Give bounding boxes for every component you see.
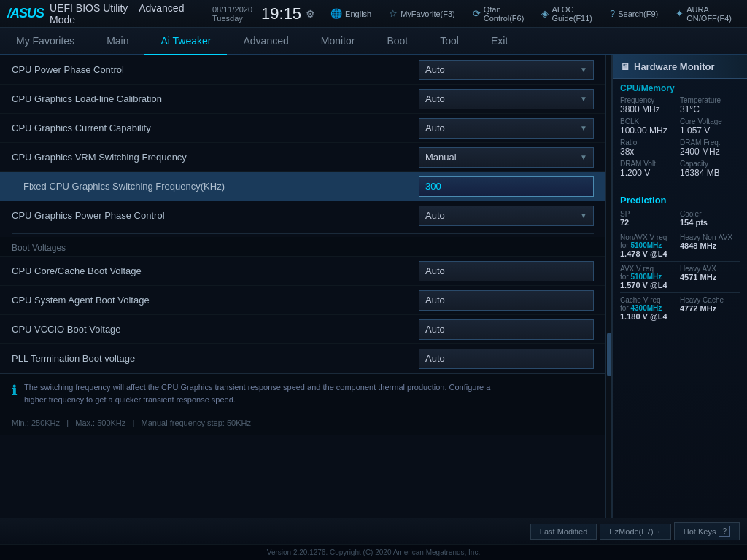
scrollbar-track[interactable]: [606, 55, 612, 518]
hotkeys-button[interactable]: Hot Keys ?: [674, 522, 740, 540]
ezmode-label: EzMode(F7)→: [609, 527, 662, 536]
setting-value-fixed-freq[interactable]: 300: [419, 176, 594, 197]
dropdown-vrm-freq[interactable]: Manual ▼: [419, 147, 594, 168]
dropdown-gfx-power-phase[interactable]: Auto ▼: [419, 206, 594, 226]
aura-label: AURA ON/OFF(F4): [686, 5, 732, 23]
search-label: Search(F9): [618, 9, 658, 18]
qfan-label: Qfan Control(F6): [484, 5, 525, 23]
settings-icon[interactable]: ⚙: [306, 8, 315, 20]
content-area: CPU Power Phase Control Auto ▼ CPU Graph…: [0, 55, 606, 518]
ratio-cell: Ratio 38x: [620, 139, 680, 157]
chevron-down-icon: ▼: [580, 153, 587, 161]
heavy-non-avx-cell: Heavy Non-AVX 4848 MHz: [680, 233, 740, 258]
nav-item-advanced[interactable]: Advanced: [227, 28, 304, 55]
setting-label-sa-boot-volt: CPU System Agent Boot Voltage: [12, 295, 419, 306]
header: /ASUS UEFI BIOS Utility – Advanced Mode …: [0, 0, 747, 28]
setting-row-gfx-power-phase[interactable]: CPU Graphics Power Phase Control Auto ▼: [0, 201, 605, 230]
cache-freq: 4300MHz: [630, 304, 662, 312]
setting-value-vccio-boot-volt[interactable]: Auto: [419, 319, 594, 340]
main-layout: CPU Power Phase Control Auto ▼ CPU Graph…: [0, 55, 747, 518]
setting-row-vrm-freq[interactable]: CPU Graphics VRM Switching Frequency Man…: [0, 143, 605, 172]
dropdown-sa-boot-volt[interactable]: Auto: [419, 290, 594, 311]
search-button[interactable]: ? Search(F9): [602, 5, 666, 22]
setting-value-power-phase[interactable]: Auto ▼: [419, 60, 594, 80]
aura-button[interactable]: ✦ AURA ON/OFF(F4): [667, 2, 740, 26]
setting-row-vccio-boot-volt[interactable]: CPU VCCIO Boot Voltage Auto: [0, 315, 605, 344]
setting-label-llc: CPU Graphics Load-line Calibration: [12, 93, 419, 104]
setting-row-power-phase[interactable]: CPU Power Phase Control Auto ▼: [0, 55, 605, 85]
nav-item-boot[interactable]: Boot: [371, 28, 424, 55]
nav-item-tool[interactable]: Tool: [424, 28, 475, 55]
core-voltage-cell: Core Voltage 1.057 V: [680, 117, 740, 136]
monitor-icon: 🖥: [620, 61, 630, 72]
setting-value-llc[interactable]: Auto ▼: [419, 89, 594, 109]
nav-item-exit[interactable]: Exit: [475, 28, 524, 55]
hw-divider: [620, 187, 740, 187]
version-bar: Version 2.20.1276. Copyright (C) 2020 Am…: [0, 544, 747, 560]
dropdown-core-boot-volt[interactable]: Auto: [419, 261, 594, 281]
qfan-button[interactable]: ⟳ Qfan Control(F6): [465, 2, 533, 26]
cpu-memory-title: CPU/Memory: [613, 79, 747, 96]
fixed-freq-input[interactable]: 300: [419, 176, 594, 197]
nav-bar: My Favorites Main Ai Tweaker Advanced Mo…: [0, 28, 747, 55]
info-text: The switching frequency will affect the …: [24, 381, 490, 405]
dropdown-pll-boot-volt[interactable]: Auto: [419, 349, 594, 369]
dropdown-llc[interactable]: Auto ▼: [419, 89, 594, 109]
hw-monitor-panel: 🖥 Hardware Monitor CPU/Memory Frequency …: [612, 55, 747, 518]
pred-divider2: [620, 261, 740, 262]
non-avx-freq: 5100MHz: [630, 241, 662, 249]
chevron-down-icon: ▼: [580, 66, 587, 74]
freq-hints: Min.: 250KHz | Max.: 500KHz | Manual fre…: [0, 413, 605, 435]
footer: Last Modified EzMode(F7)→ Hot Keys ?: [0, 518, 747, 544]
setting-row-sa-boot-volt[interactable]: CPU System Agent Boot Voltage Auto: [0, 286, 605, 315]
nav-item-monitor[interactable]: Monitor: [305, 28, 371, 55]
last-modified-button[interactable]: Last Modified: [530, 524, 597, 540]
capacity-cell: Capacity 16384 MB: [680, 160, 740, 178]
setting-row-current-cap[interactable]: CPU Graphics Current Capability Auto ▼: [0, 114, 605, 143]
header-buttons: 🌐 English ☆ MyFavorite(F3) ⟳ Qfan Contro…: [322, 2, 740, 26]
setting-value-vrm-freq[interactable]: Manual ▼: [419, 147, 594, 168]
dropdown-current-cap[interactable]: Auto ▼: [419, 118, 594, 139]
temperature-label-cell: Temperature 31°C: [680, 96, 740, 114]
day-display: Tuesday: [212, 14, 243, 23]
language-button[interactable]: 🌐 English: [322, 5, 379, 22]
nav-item-favorites[interactable]: My Favorites: [0, 28, 90, 55]
cache-cell: Cache V req for 4300MHz 1.180 V @L4: [620, 296, 680, 321]
sp-cell: SP 72: [620, 210, 680, 227]
version-text: Version 2.20.1276. Copyright (C) 2020 Am…: [267, 548, 480, 556]
setting-row-fixed-freq[interactable]: Fixed CPU Graphics Switching Frequency(K…: [0, 172, 605, 201]
aioc-button[interactable]: ◈ AI OC Guide(F11): [533, 2, 600, 26]
prediction-section: SP 72 Cooler 154 pts NonAVX V req for 51…: [613, 209, 747, 322]
setting-value-gfx-power-phase[interactable]: Auto ▼: [419, 206, 594, 226]
chevron-down-icon: ▼: [580, 124, 587, 132]
dropdown-power-phase[interactable]: Auto ▼: [419, 60, 594, 80]
avx-freq: 5100MHz: [630, 273, 662, 281]
nav-item-ai-tweaker[interactable]: Ai Tweaker: [144, 28, 227, 55]
ezmode-button[interactable]: EzMode(F7)→: [600, 524, 671, 540]
cpu-memory-grid: Frequency 3800 MHz Temperature 31°C BCLK…: [613, 96, 747, 184]
setting-label-gfx-power-phase: CPU Graphics Power Phase Control: [12, 210, 419, 221]
help-icon: ?: [719, 526, 730, 537]
nav-item-main[interactable]: Main: [90, 28, 144, 55]
avx-row: AVX V req for 5100MHz 1.570 V @L4 Heavy …: [620, 265, 740, 289]
setting-value-pll-boot-volt[interactable]: Auto: [419, 349, 594, 369]
setting-row-core-boot-volt[interactable]: CPU Core/Cache Boot Voltage Auto: [0, 257, 605, 286]
dropdown-vccio-boot-volt[interactable]: Auto: [419, 319, 594, 340]
setting-value-core-boot-volt[interactable]: Auto: [419, 261, 594, 281]
setting-row-llc[interactable]: CPU Graphics Load-line Calibration Auto …: [0, 85, 605, 114]
myfavorite-button[interactable]: ☆ MyFavorite(F3): [381, 5, 463, 22]
setting-value-sa-boot-volt[interactable]: Auto: [419, 290, 594, 311]
setting-value-current-cap[interactable]: Auto ▼: [419, 118, 594, 139]
scrollbar-thumb[interactable]: [607, 332, 611, 376]
globe-icon: 🌐: [330, 8, 342, 19]
setting-label-fixed-freq: Fixed CPU Graphics Switching Frequency(K…: [23, 181, 419, 192]
last-modified-label: Last Modified: [540, 527, 587, 536]
date-display: 08/11/2020: [212, 5, 252, 14]
star-icon: ☆: [389, 8, 398, 19]
bclk-cell: BCLK 100.00 MHz: [620, 117, 680, 136]
cooler-cell: Cooler 154 pts: [680, 210, 740, 227]
setting-label-power-phase: CPU Power Phase Control: [12, 64, 419, 75]
heavy-avx-cell: Heavy AVX 4571 MHz: [680, 265, 740, 289]
cache-row: Cache V req for 4300MHz 1.180 V @L4 Heav…: [620, 296, 740, 321]
setting-row-pll-boot-volt[interactable]: PLL Termination Boot voltage Auto: [0, 344, 605, 373]
